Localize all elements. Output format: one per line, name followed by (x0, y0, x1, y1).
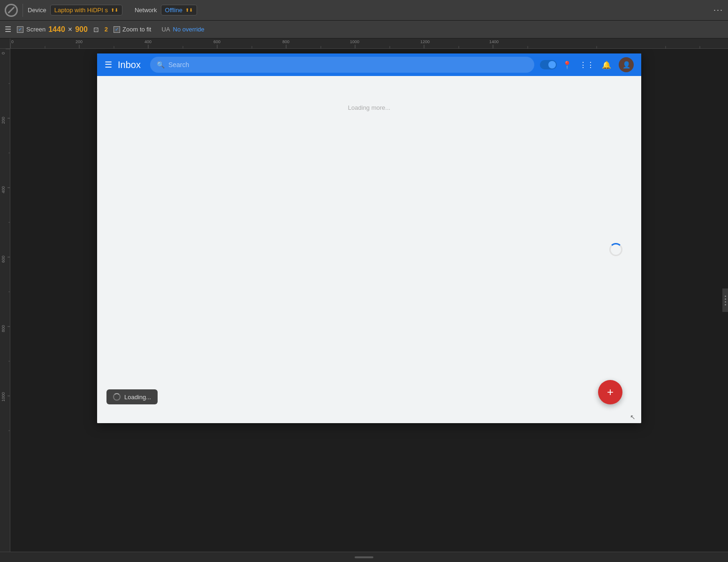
svg-text:0: 0 (1, 52, 6, 54)
network-chevron-icon: ⬆⬇ (185, 8, 193, 13)
screenshot-count: 2 (105, 26, 108, 33)
screen-height: 900 (75, 25, 88, 34)
screen-width: 1440 (48, 25, 65, 34)
screen-label: Screen (26, 26, 46, 33)
network-value: Offline (165, 7, 182, 14)
svg-text:600: 600 (1, 256, 6, 263)
device-screen: ☰ Inbox 🔍 Search 📍 ⋮⋮ 🔔 (97, 53, 641, 423)
svg-text:800: 800 (1, 325, 6, 332)
canvas-area: ☰ Inbox 🔍 Search 📍 ⋮⋮ 🔔 (10, 49, 728, 552)
svg-text:200: 200 (76, 39, 83, 44)
loading-more-text: Loading more... (348, 104, 390, 111)
hamburger-icon[interactable]: ☰ (5, 25, 11, 34)
resize-corner-icon[interactable]: ↖ (630, 413, 636, 421)
inbox-title: Inbox (118, 60, 141, 70)
toggle-thumb (548, 61, 556, 68)
svg-text:1200: 1200 (420, 39, 430, 44)
bottom-handle[interactable] (355, 556, 373, 558)
svg-text:600: 600 (213, 39, 220, 44)
horizontal-ruler: 0 200 400 600 800 1000 1200 1400 (10, 38, 728, 49)
main-area: 0 200 400 600 800 1000 1200 1400 (0, 38, 728, 562)
svg-text:400: 400 (144, 39, 152, 44)
inbox-header: ☰ Inbox 🔍 Search 📍 ⋮⋮ 🔔 (97, 53, 641, 76)
ua-label: UA (162, 26, 170, 33)
svg-text:1000: 1000 (1, 392, 6, 402)
svg-text:0: 0 (11, 39, 14, 44)
bottom-ruler (0, 552, 728, 562)
screen-checkbox[interactable] (17, 26, 23, 33)
resize-dot-3 (725, 301, 726, 303)
device-section: Device Laptop with HiDPI s ⬆⬇ (28, 5, 122, 15)
svg-text:1400: 1400 (489, 39, 499, 44)
fab-plus-icon: + (607, 387, 614, 398)
inbox-toggle[interactable] (540, 60, 557, 69)
loading-spinner (609, 243, 622, 256)
search-placeholder: Search (168, 61, 189, 68)
network-section: Network Offline ⬆⬇ (135, 5, 197, 15)
inbox-body: Loading more... + Loading... (97, 76, 641, 423)
svg-text:800: 800 (282, 39, 289, 44)
zoom-section: Zoom to fit (114, 26, 151, 33)
more-menu-button[interactable]: ··· (713, 5, 723, 15)
toolbar-divider (23, 4, 23, 17)
ua-value: No override (173, 26, 205, 33)
inbox-hamburger-icon[interactable]: ☰ (105, 60, 112, 70)
loading-pill-text: Loading... (124, 394, 151, 401)
avatar[interactable]: 👤 (619, 57, 634, 72)
loading-pill[interactable]: Loading... (106, 389, 158, 404)
screenshot-icon[interactable]: ⊡ (93, 26, 99, 33)
svg-text:200: 200 (1, 117, 6, 124)
resize-dot-2 (725, 298, 726, 300)
device-select[interactable]: Laptop with HiDPI s ⬆⬇ (50, 5, 122, 15)
no-entry-icon[interactable] (5, 4, 18, 17)
network-select[interactable]: Offline ⬆⬇ (161, 5, 197, 15)
zoom-label: Zoom to fit (122, 26, 151, 33)
network-label: Network (135, 7, 157, 14)
ua-section: UA No override (162, 26, 205, 33)
ruler-row-top: 0 200 400 600 800 1000 1200 1400 (0, 38, 728, 49)
vertical-ruler: 0 200 400 600 800 1000 (0, 49, 10, 552)
device-value: Laptop with HiDPI s (54, 7, 108, 14)
second-toolbar: ☰ Screen 1440 × 900 ⊡ 2 Zoom to fit UA N… (0, 21, 728, 38)
content-row: 0 200 400 600 800 1000 (0, 49, 728, 552)
grid-icon[interactable]: ⋮⋮ (579, 61, 594, 69)
resize-handle[interactable] (722, 289, 728, 312)
fab-compose-button[interactable]: + (598, 380, 622, 404)
loading-pill-spinner (113, 393, 121, 401)
inbox-right-icons: 📍 ⋮⋮ 🔔 👤 (562, 57, 634, 72)
search-icon: 🔍 (157, 61, 165, 68)
zoom-checkbox[interactable] (114, 26, 120, 33)
top-toolbar: Device Laptop with HiDPI s ⬆⬇ Network Of… (0, 0, 728, 21)
screen-x: × (68, 25, 72, 34)
spinner-container (609, 243, 622, 256)
device-label: Device (28, 7, 46, 14)
notification-icon[interactable]: 🔔 (602, 61, 611, 69)
resize-dot-4 (725, 304, 726, 305)
toggle-track (540, 60, 557, 69)
svg-text:1000: 1000 (350, 39, 359, 44)
location-icon[interactable]: 📍 (562, 61, 572, 69)
resize-dot-1 (725, 296, 726, 297)
ruler-corner (0, 38, 10, 49)
inbox-search-bar[interactable]: 🔍 Search (150, 57, 534, 73)
screen-section: Screen 1440 × 900 (17, 25, 88, 34)
resize-dots (725, 296, 726, 305)
svg-text:400: 400 (1, 186, 6, 193)
device-chevron-icon: ⬆⬇ (111, 8, 118, 13)
